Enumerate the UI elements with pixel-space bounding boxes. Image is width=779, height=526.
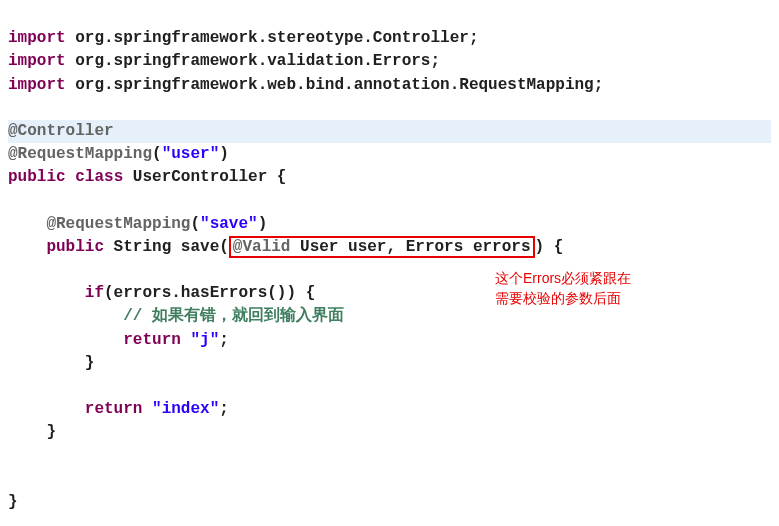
highlighted-line: @Controller — [8, 120, 771, 143]
mapping-value: "user" — [162, 145, 220, 163]
code-comment: // 如果有错，就回到输入界面 — [123, 307, 344, 325]
import-statement: org.springframework.validation.Errors; — [66, 52, 440, 70]
class-name: UserController { — [123, 168, 286, 186]
return-keyword: return — [85, 400, 143, 418]
method-params: User user, Errors errors — [290, 238, 530, 256]
annotation-note: 这个Errors必须紧跟在 需要校验的参数后面 — [495, 268, 631, 309]
public-keyword: public — [8, 168, 66, 186]
controller-annotation: @Controller — [8, 122, 114, 140]
if-keyword: if — [85, 284, 104, 302]
code-block: import org.springframework.stereotype.Co… — [0, 0, 779, 518]
method-signature: String save( — [104, 238, 229, 256]
request-mapping-annotation: @RequestMapping — [8, 145, 152, 163]
import-statement: org.springframework.stereotype.Controlle… — [66, 29, 479, 47]
return-value: "index" — [152, 400, 219, 418]
import-keyword: import — [8, 52, 66, 70]
close-brace: } — [8, 493, 18, 511]
class-keyword: class — [75, 168, 123, 186]
valid-annotation: @Valid — [233, 238, 291, 256]
import-statement: org.springframework.web.bind.annotation.… — [66, 76, 604, 94]
highlighted-params-box: @Valid User user, Errors errors — [229, 236, 535, 258]
close-brace: } — [8, 354, 94, 372]
note-line: 需要校验的参数后面 — [495, 288, 631, 308]
return-keyword: return — [123, 331, 181, 349]
note-line: 这个Errors必须紧跟在 — [495, 268, 631, 288]
import-keyword: import — [8, 76, 66, 94]
public-keyword: public — [46, 238, 104, 256]
mapping-value: "save" — [200, 215, 258, 233]
if-condition: (errors.hasErrors()) { — [104, 284, 315, 302]
import-keyword: import — [8, 29, 66, 47]
close-brace: } — [8, 423, 56, 441]
request-mapping-annotation: @RequestMapping — [46, 215, 190, 233]
return-value: "j" — [190, 331, 219, 349]
